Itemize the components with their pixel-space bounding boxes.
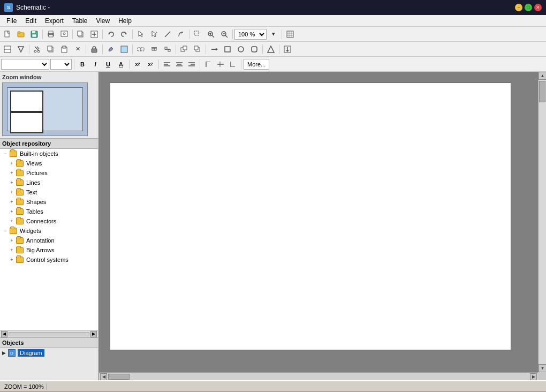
tree-item-control-systems[interactable]: +Control systems (0, 255, 98, 265)
draw-line-button[interactable] (161, 28, 174, 40)
tree-item-pictures[interactable]: +Pictures (0, 168, 98, 178)
redo-button[interactable] (118, 28, 131, 40)
roundrect-button[interactable] (248, 43, 261, 55)
bold-button[interactable]: B (77, 59, 88, 70)
h-scroll-left-btn[interactable]: ◀ (1, 331, 7, 337)
select-multi-button[interactable] (148, 28, 161, 40)
tree-expand-control-systems[interactable]: + (9, 257, 15, 263)
tb2-btn-2[interactable] (14, 43, 27, 55)
zoom-level-select[interactable]: 100 % 50 % 200 % (234, 29, 267, 40)
menu-item-view[interactable]: View (92, 15, 114, 27)
menu-item-table[interactable]: Table (68, 15, 92, 27)
italic-button[interactable]: I (89, 59, 101, 70)
undo-button[interactable] (104, 28, 117, 40)
export-button[interactable] (281, 43, 294, 55)
subscript-button[interactable]: x2 (145, 59, 156, 70)
minimize-button[interactable]: − (515, 4, 522, 11)
valign-middle-button[interactable] (215, 59, 226, 70)
close-button[interactable]: ✕ (534, 4, 542, 11)
tree-item-big-arrows[interactable]: +Big Arrows (0, 245, 98, 255)
tree-expand-tables[interactable]: + (9, 208, 15, 215)
tb2-btn-1[interactable] (1, 43, 14, 55)
order-button[interactable] (178, 43, 191, 55)
tree-item-built-in[interactable]: −Built-in objects (0, 149, 98, 159)
valign-bottom-button[interactable] (227, 59, 239, 70)
valign-top-button[interactable] (202, 59, 214, 70)
tree-expand-connectors[interactable]: + (9, 218, 15, 224)
zoom-out-button[interactable] (218, 28, 231, 40)
menu-item-export[interactable]: Export (41, 15, 68, 27)
h-scroll-canvas-right-btn[interactable]: ▶ (530, 373, 537, 380)
fill-button[interactable] (104, 43, 117, 55)
zoom-in-button[interactable] (204, 28, 217, 40)
menu-item-file[interactable]: File (2, 15, 21, 27)
v-scroll-thumb[interactable] (539, 81, 545, 102)
preview-button[interactable] (58, 28, 71, 40)
tree-item-shapes[interactable]: +Shapes (0, 197, 98, 207)
more-button[interactable]: More... (244, 59, 269, 70)
insert-button[interactable] (264, 43, 277, 55)
align-left-button[interactable] (161, 59, 173, 70)
tree-item-annotation[interactable]: +Annotation (0, 236, 98, 245)
tree-expand-widgets[interactable]: − (2, 228, 9, 234)
tree-expand-annotation[interactable]: + (9, 237, 15, 244)
tree-expand-lines[interactable]: + (9, 179, 15, 186)
print-button[interactable] (44, 28, 57, 40)
h-scroll-right-btn[interactable]: ▶ (90, 331, 97, 337)
zoom-dropdown-button[interactable]: ▾ (267, 28, 280, 40)
drawing-canvas[interactable] (110, 82, 511, 350)
save-button[interactable] (28, 28, 41, 40)
underline-button[interactable]: U (102, 59, 114, 70)
superscript-button[interactable]: x2 (132, 59, 143, 70)
zoom-select-button[interactable] (191, 28, 204, 40)
tree-expand-big-arrows[interactable]: + (9, 247, 15, 253)
cut-button[interactable] (31, 43, 44, 55)
tree-expand-views[interactable]: + (9, 160, 15, 167)
tree-expand-built-in[interactable]: − (2, 150, 9, 157)
lock-button[interactable] (88, 43, 101, 55)
diagram-label[interactable]: Diagram (18, 349, 44, 357)
tree-expand-shapes[interactable]: + (9, 199, 15, 205)
menu-item-edit[interactable]: Edit (21, 15, 41, 27)
font-family-select[interactable] (1, 59, 49, 70)
font-color-button[interactable]: A (115, 59, 127, 70)
paste-button[interactable] (58, 43, 71, 55)
new-button[interactable] (1, 28, 14, 40)
grid-button[interactable] (284, 28, 297, 40)
align-button[interactable] (148, 43, 161, 55)
shape-button[interactable] (221, 43, 234, 55)
order2-button[interactable] (191, 43, 204, 55)
maximize-button[interactable]: □ (525, 4, 532, 11)
open-button[interactable] (14, 28, 27, 40)
tree-item-text[interactable]: +Text (0, 187, 98, 197)
font-size-select[interactable] (50, 59, 72, 70)
circle-button[interactable] (234, 43, 247, 55)
v-scroll-up-btn[interactable]: ▲ (539, 72, 546, 80)
align-right-button[interactable] (186, 59, 198, 70)
tree-item-views[interactable]: +Views (0, 159, 98, 168)
tree-expand-pictures[interactable]: + (9, 170, 15, 176)
delete-button[interactable]: ✕ (71, 43, 84, 55)
diagram-object-item[interactable]: ▶ D Diagram (0, 348, 98, 358)
line-style-button[interactable] (208, 43, 221, 55)
select-button[interactable] (134, 28, 147, 40)
h-scroll-canvas-thumb[interactable] (108, 374, 130, 380)
tree-item-widgets[interactable]: −Widgets (0, 226, 98, 236)
tree-item-tables[interactable]: +Tables (0, 207, 98, 216)
fill2-button[interactable] (118, 43, 131, 55)
tree-item-connectors[interactable]: +Connectors (0, 216, 98, 226)
tree-item-lines[interactable]: +Lines (0, 178, 98, 187)
arc-button[interactable] (175, 28, 187, 40)
insert-page-button[interactable] (88, 28, 101, 40)
copy2-button[interactable] (44, 43, 57, 55)
h-scroll-canvas-left-btn[interactable]: ◀ (100, 373, 107, 380)
group-button[interactable] (134, 43, 147, 55)
align2-button[interactable] (161, 43, 174, 55)
tree-container[interactable]: −Built-in objects+Views+Pictures+Lines+T… (0, 149, 98, 330)
v-scroll-down-btn[interactable]: ▼ (539, 364, 546, 372)
menu-item-help[interactable]: Help (114, 15, 136, 27)
copy-button[interactable] (74, 28, 87, 40)
align-center-button[interactable] (173, 59, 185, 70)
tree-expand-text[interactable]: + (9, 189, 15, 195)
canvas-wrapper[interactable] (99, 72, 538, 372)
